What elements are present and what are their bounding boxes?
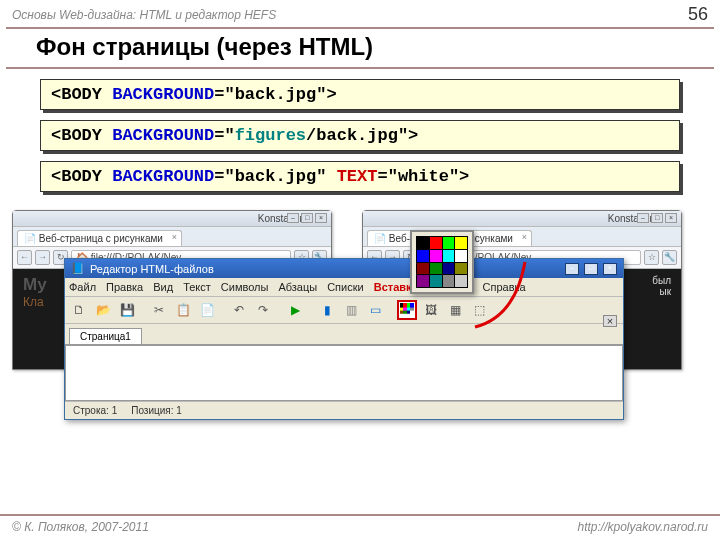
fwd-icon[interactable]: → bbox=[35, 250, 50, 265]
tool-icon[interactable]: ▮ bbox=[317, 300, 337, 320]
menu-edit[interactable]: Правка bbox=[106, 281, 143, 293]
editor-body[interactable] bbox=[65, 345, 623, 401]
min-icon[interactable]: – bbox=[287, 213, 299, 223]
max-icon[interactable]: □ bbox=[301, 213, 313, 223]
close-icon[interactable]: × bbox=[665, 213, 677, 223]
close-icon[interactable]: × bbox=[315, 213, 327, 223]
run-icon[interactable]: ▶ bbox=[285, 300, 305, 320]
tool-icon[interactable]: ⬚ bbox=[469, 300, 489, 320]
page-title: Фон страницы (через HTML) bbox=[0, 29, 720, 67]
max-icon[interactable]: □ bbox=[584, 263, 598, 275]
color-palette-popup[interactable] bbox=[410, 230, 474, 294]
menu-help[interactable]: Справка bbox=[483, 281, 526, 293]
html-editor-window: 📘 Редактор HTML-файлов – □ × Файл Правка… bbox=[64, 258, 624, 420]
menu-symbols[interactable]: Символы bbox=[221, 281, 269, 293]
editor-app-icon: 📘 bbox=[71, 262, 85, 275]
copyright: © К. Поляков, 2007-2011 bbox=[12, 520, 149, 534]
footer-url: http://kpolyakov.narod.ru bbox=[577, 520, 708, 534]
editor-toolbar: 🗋 📂 💾 ✂ 📋 📄 ↶ ↷ ▶ ▮ ▥ ▭ 🖼 ▦ ⬚ bbox=[65, 297, 623, 324]
menu-text[interactable]: Текст bbox=[183, 281, 211, 293]
code-example-3: <BODY BACKGROUND="back.jpg" TEXT="white"… bbox=[40, 161, 680, 192]
color-palette-button[interactable] bbox=[397, 300, 417, 320]
tab-close-icon[interactable]: × bbox=[603, 315, 617, 327]
save-icon[interactable]: 💾 bbox=[117, 300, 137, 320]
editor-menubar[interactable]: Файл Правка Вид Текст Символы Абзацы Спи… bbox=[65, 278, 623, 297]
browser-tab[interactable]: 📄 Веб-страница с рисунками bbox=[17, 230, 182, 246]
cut-icon[interactable]: ✂ bbox=[149, 300, 169, 320]
back-icon[interactable]: ← bbox=[17, 250, 32, 265]
menu-file[interactable]: Файл bbox=[69, 281, 96, 293]
open-icon[interactable]: 📂 bbox=[93, 300, 113, 320]
paste-icon[interactable]: 📄 bbox=[197, 300, 217, 320]
tool-icon[interactable]: ▥ bbox=[341, 300, 361, 320]
menu-paragraphs[interactable]: Абзацы bbox=[278, 281, 317, 293]
copy-icon[interactable]: 📋 bbox=[173, 300, 193, 320]
tool-icon[interactable]: 🖼 bbox=[421, 300, 441, 320]
redo-icon[interactable]: ↷ bbox=[253, 300, 273, 320]
page-number: 56 bbox=[688, 4, 708, 25]
editor-statusbar: Строка: 1 Позиция: 1 bbox=[65, 401, 623, 419]
editor-tab[interactable]: Страница1 bbox=[69, 328, 142, 344]
tool-icon[interactable]: ▦ bbox=[445, 300, 465, 320]
menu-view[interactable]: Вид bbox=[153, 281, 173, 293]
code-example-1: <BODY BACKGROUND="back.jpg"> bbox=[40, 79, 680, 110]
editor-title: Редактор HTML-файлов bbox=[90, 263, 214, 275]
new-icon[interactable]: 🗋 bbox=[69, 300, 89, 320]
menu-lists[interactable]: Списки bbox=[327, 281, 364, 293]
star-icon[interactable]: ☆ bbox=[644, 250, 659, 265]
tool-icon[interactable]: ▭ bbox=[365, 300, 385, 320]
course-title: Основы Web-дизайна: HTML и редактор HEFS bbox=[12, 8, 276, 22]
min-icon[interactable]: – bbox=[565, 263, 579, 275]
max-icon[interactable]: □ bbox=[651, 213, 663, 223]
close-icon[interactable]: × bbox=[603, 263, 617, 275]
wrench-icon[interactable]: 🔧 bbox=[662, 250, 677, 265]
code-example-2: <BODY BACKGROUND="figures/back.jpg"> bbox=[40, 120, 680, 151]
min-icon[interactable]: – bbox=[637, 213, 649, 223]
undo-icon[interactable]: ↶ bbox=[229, 300, 249, 320]
